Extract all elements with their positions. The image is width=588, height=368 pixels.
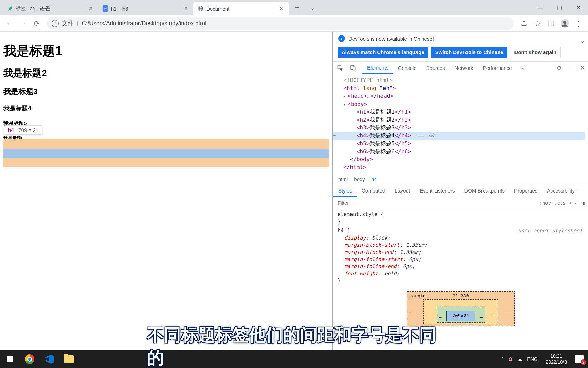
rule-element-style: element.style { <box>338 211 584 218</box>
close-icon[interactable]: ✕ <box>576 62 588 74</box>
menu-icon[interactable]: ⋮ <box>572 17 585 30</box>
taskbar-vscode[interactable] <box>39 350 59 368</box>
tab-docs[interactable]: h1 ~ h6 × <box>98 2 193 15</box>
sidepanel-icon[interactable] <box>545 17 557 30</box>
ime-indicator[interactable]: ENG <box>527 356 537 362</box>
always-match-button[interactable]: Always match Chrome's language <box>338 47 428 58</box>
svg-rect-13 <box>353 67 355 70</box>
margin-highlight-bottom <box>3 158 329 167</box>
stab-listeners[interactable]: Event Listeners <box>415 185 459 197</box>
filter-input[interactable] <box>333 197 539 209</box>
tray-flower-icon[interactable]: ✿ <box>509 356 513 362</box>
stab-props[interactable]: Properties <box>509 185 542 197</box>
crumb-body[interactable]: body <box>354 176 365 182</box>
minimize-button[interactable]: — <box>531 1 550 15</box>
margin-label: margin <box>410 293 426 299</box>
margin-highlight-top <box>3 139 329 149</box>
svg-rect-1 <box>104 7 106 7</box>
info-icon: i <box>338 35 345 42</box>
new-tab-button[interactable]: + <box>291 2 303 14</box>
cls-toggle[interactable]: .cls <box>554 200 566 206</box>
kebab-icon[interactable]: ⋮ <box>565 62 576 74</box>
crumb-html[interactable]: html <box>338 176 348 182</box>
stab-styles[interactable]: Styles <box>333 185 357 197</box>
banner-text: DevTools is now available in Chinese! <box>348 36 434 42</box>
system-tray: ˄ ✿ ☁ ENG 10:21 2022/10/8 2 <box>502 353 588 365</box>
switch-chinese-button[interactable]: Switch DevTools to Chinese <box>431 47 507 58</box>
close-icon[interactable]: × <box>88 5 94 12</box>
device-icon[interactable]: ▭ <box>575 200 578 206</box>
close-icon[interactable]: × <box>183 5 189 12</box>
svg-point-10 <box>564 21 567 24</box>
close-icon[interactable]: × <box>581 39 584 45</box>
svg-rect-15 <box>10 356 13 359</box>
taskbar-chrome[interactable] <box>20 350 39 368</box>
svg-rect-3 <box>104 9 105 9</box>
stab-computed[interactable]: Computed <box>357 185 390 197</box>
tab-search-icon[interactable]: ⌄ <box>303 1 322 15</box>
box-model: margin 21.280 – – – – – – 709×21 <box>338 287 584 326</box>
hov-toggle[interactable]: :hov <box>539 200 551 206</box>
addr-prefix: 文件 <box>62 19 74 27</box>
tab-yuque[interactable]: 标签 Tag · 语雀 × <box>3 2 98 15</box>
heading-5: 我是标题5 <box>3 120 329 127</box>
dom-tree[interactable]: <!DOCTYPE html> <html lang="en"> ▸<head>… <box>333 74 588 173</box>
address-bar[interactable]: i 文件 | C:/Users/Administrator/Desktop/st… <box>47 17 514 30</box>
profile-icon[interactable] <box>559 17 571 30</box>
addr-path: C:/Users/Administrator/Desktop/study/ind… <box>82 20 206 27</box>
dont-show-button[interactable]: Don't show again <box>510 47 561 58</box>
clock-time: 10:21 <box>546 353 567 359</box>
page-viewport: 我是标题1 我是标题2 h4 709 × 21 我是标题3 我是标题4 我是标题… <box>0 32 332 350</box>
tab-more[interactable]: » <box>517 62 529 74</box>
clock[interactable]: 10:21 2022/10/8 <box>542 353 570 365</box>
panel-icon[interactable]: ◨ <box>582 200 585 206</box>
video-subtitle: 不同标题标签他们的间距和字号是不同的 <box>147 324 441 368</box>
tab-title: h1 ~ h6 <box>111 6 180 12</box>
tab-sources[interactable]: Sources <box>422 62 450 74</box>
breadcrumb: html body h4 <box>333 173 588 185</box>
tab-title: 标签 Tag · 语雀 <box>16 5 85 12</box>
stab-dom-bp[interactable]: DOM Breakpoints <box>460 185 509 197</box>
stab-a11y[interactable]: Accessibility <box>542 185 579 197</box>
devtools-tabs: Elements Console Sources Network Perform… <box>333 61 588 74</box>
bookmark-icon[interactable]: ☆ <box>532 17 544 30</box>
gear-icon[interactable]: ⚙ <box>553 62 565 74</box>
taskbar-explorer[interactable] <box>59 350 79 368</box>
tab-document[interactable]: Document × <box>193 2 289 15</box>
feather-icon <box>7 5 13 12</box>
svg-rect-2 <box>104 8 106 8</box>
tab-network[interactable]: Network <box>450 62 478 74</box>
device-icon[interactable] <box>346 62 359 74</box>
tray-onedrive-icon[interactable]: ☁ <box>518 356 522 362</box>
share-icon[interactable] <box>518 17 530 30</box>
devtools-panel: i DevTools is now available in Chinese! … <box>332 32 588 350</box>
svg-rect-14 <box>7 356 10 359</box>
tray-chevron-icon[interactable]: ˄ <box>502 356 504 362</box>
reload-button[interactable]: ⟳ <box>31 17 43 30</box>
start-button[interactable] <box>0 350 20 368</box>
globe-icon <box>197 5 203 12</box>
filter-row: :hov .cls + ▭ ◨ <box>333 197 588 209</box>
forward-button[interactable]: → <box>17 17 29 30</box>
tab-performance[interactable]: Performance <box>478 62 517 74</box>
crumb-h4[interactable]: h4 <box>371 176 377 182</box>
new-rule-button[interactable]: + <box>569 200 572 206</box>
tab-console[interactable]: Console <box>393 62 422 74</box>
clock-date: 2022/10/8 <box>546 359 567 365</box>
back-button[interactable]: ← <box>3 17 16 30</box>
close-button[interactable]: ✕ <box>569 1 588 15</box>
banner-actions: Always match Chrome's language Switch De… <box>333 45 588 61</box>
filter-actions: :hov .cls + ▭ ◨ <box>539 200 588 206</box>
styles-tabs: Styles Computed Layout Event Listeners D… <box>333 185 588 197</box>
tab-elements[interactable]: Elements <box>362 62 393 74</box>
info-icon[interactable]: i <box>52 20 59 27</box>
stab-layout[interactable]: Layout <box>390 185 415 197</box>
window-controls: — ▢ ✕ <box>531 1 588 15</box>
margin-top-value: 21.280 <box>453 293 469 299</box>
notification-icon[interactable]: 2 <box>575 355 584 363</box>
content: 我是标题1 我是标题2 h4 709 × 21 我是标题3 我是标题4 我是标题… <box>0 32 588 350</box>
inspect-icon[interactable] <box>333 62 346 74</box>
maximize-button[interactable]: ▢ <box>550 1 569 15</box>
close-icon[interactable]: × <box>278 5 284 12</box>
dom-selected-h4[interactable]: <h4>我是标题4</h4> == $0 <box>333 132 585 139</box>
